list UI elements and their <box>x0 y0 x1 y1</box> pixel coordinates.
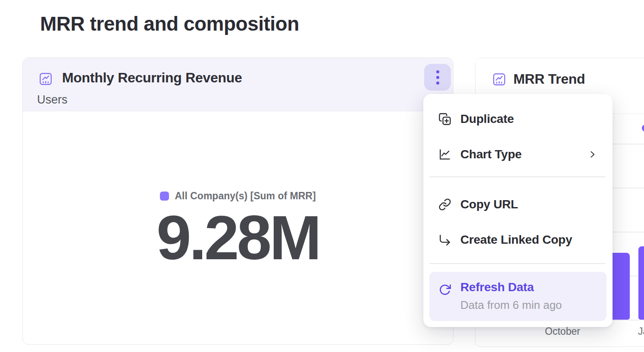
link-icon <box>438 198 452 211</box>
menu-divider <box>429 176 606 177</box>
refresh-icon <box>438 283 452 297</box>
card-menu-button[interactable] <box>424 64 451 91</box>
x-tick-label-october: October <box>532 326 593 337</box>
menu-item-label: Refresh Data <box>460 280 534 294</box>
chart-icon <box>492 72 506 87</box>
legend-swatch-icon <box>160 192 169 201</box>
chevron-right-icon <box>588 149 597 160</box>
linked-copy-icon <box>438 233 452 247</box>
chart-legend-item[interactable]: All Company(s) [Sum of MRR] <box>23 190 453 202</box>
menu-item-duplicate[interactable]: Duplicate <box>423 101 613 137</box>
duplicate-icon <box>438 112 452 126</box>
x-tick-label-january: January <box>625 326 644 337</box>
menu-item-label: Duplicate <box>460 112 514 126</box>
page-title: MRR trend and composition <box>40 12 299 35</box>
menu-item-refresh-data[interactable]: Refresh Data Data from 6 min ago <box>429 272 606 321</box>
menu-divider <box>429 263 606 264</box>
menu-item-copy-url[interactable]: Copy URL <box>423 187 613 222</box>
kebab-icon <box>436 70 439 73</box>
mrr-number-card: Monthly Recurring Revenue Users All Comp… <box>22 57 453 345</box>
trend-legend-swatch-icon <box>642 125 644 132</box>
legend-label: All Company(s) [Sum of MRR] <box>175 190 316 202</box>
menu-item-label: Create Linked Copy <box>460 233 572 247</box>
chart-icon <box>38 72 53 86</box>
trend-card-title: MRR Trend <box>513 71 585 87</box>
menu-item-label: Copy URL <box>460 198 518 211</box>
refresh-timestamp: Data from 6 min ago <box>460 299 562 312</box>
card-context-menu: Duplicate Chart Type <box>423 94 613 327</box>
mrr-card-title: Monthly Recurring Revenue <box>62 70 242 86</box>
mrr-card-header: Monthly Recurring Revenue Users <box>23 58 453 111</box>
bar-january[interactable] <box>638 246 644 320</box>
chart-type-icon <box>438 148 452 161</box>
menu-item-chart-type[interactable]: Chart Type <box>423 137 613 172</box>
menu-item-create-linked-copy[interactable]: Create Linked Copy <box>423 222 613 258</box>
menu-item-label: Chart Type <box>460 148 522 161</box>
dashboard-page: MRR trend and composition Monthly Recurr… <box>0 0 644 352</box>
mrr-card-subtitle: Users <box>37 93 68 107</box>
mrr-big-value: 9.28M <box>23 204 453 273</box>
